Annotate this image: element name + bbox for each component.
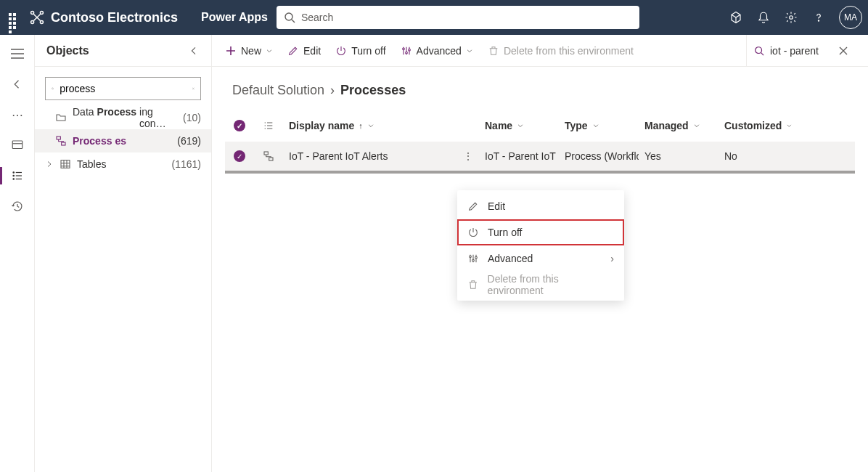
col-name[interactable]: Name bbox=[479, 120, 559, 131]
notifications-icon[interactable] bbox=[756, 10, 771, 25]
sliders-icon bbox=[401, 45, 412, 57]
chevron-down-icon bbox=[693, 122, 700, 129]
app-launcher-icon[interactable] bbox=[6, 10, 20, 25]
rail-menu-icon[interactable] bbox=[10, 46, 25, 61]
breadcrumb-root[interactable]: Default Solution bbox=[232, 83, 324, 98]
svg-point-10 bbox=[13, 175, 15, 176]
settings-icon[interactable] bbox=[784, 10, 798, 25]
svg-point-2 bbox=[31, 20, 34, 23]
col-select[interactable]: ✓ bbox=[225, 120, 254, 131]
tree-item-processes[interactable]: Processes (619) bbox=[35, 129, 211, 152]
cell-managed: Yes bbox=[639, 150, 718, 162]
trash-icon bbox=[467, 279, 479, 290]
svg-point-3 bbox=[40, 20, 43, 23]
objects-sidebar: Objects Data Processing con… (10) Proces… bbox=[35, 35, 212, 472]
chevron-down-icon bbox=[266, 47, 273, 54]
process-icon bbox=[55, 135, 67, 147]
objects-search[interactable] bbox=[45, 77, 201, 100]
svg-rect-14 bbox=[57, 137, 60, 139]
sidebar-title: Objects bbox=[46, 44, 89, 57]
tree-item-tables[interactable]: Tables (1161) bbox=[35, 152, 211, 176]
rail-more-icon[interactable]: ⋯ bbox=[10, 107, 25, 122]
objects-tree: Data Processing con… (10) Processes (619… bbox=[35, 106, 211, 176]
turn-off-button[interactable]: Turn off bbox=[335, 45, 385, 57]
cell-type: Process (Workflo… bbox=[559, 150, 639, 162]
advanced-button[interactable]: Advanced bbox=[401, 45, 473, 57]
chevron-down-icon bbox=[517, 122, 524, 129]
global-search[interactable]: Search bbox=[277, 6, 639, 29]
results-table: ✓ Display name ↑ Name Type bbox=[212, 110, 868, 174]
col-customized[interactable]: Customized bbox=[718, 120, 798, 131]
collapse-sidebar-icon[interactable] bbox=[188, 45, 200, 57]
svg-point-26 bbox=[475, 256, 478, 259]
help-icon[interactable] bbox=[811, 10, 826, 25]
cell-customized: No bbox=[718, 150, 798, 162]
svg-rect-8 bbox=[12, 141, 22, 149]
svg-point-19 bbox=[408, 49, 410, 51]
row-select[interactable]: ✓ bbox=[225, 150, 254, 162]
chevron-down-icon bbox=[786, 122, 793, 129]
search-icon bbox=[284, 12, 295, 23]
folder-icon bbox=[55, 112, 67, 123]
org-name: Contoso Electronics bbox=[51, 10, 178, 25]
col-display-name[interactable]: Display name ↑ bbox=[283, 120, 457, 131]
svg-point-11 bbox=[13, 179, 15, 180]
org-logo-icon bbox=[29, 9, 45, 25]
breadcrumb-leaf: Processes bbox=[340, 83, 406, 98]
menu-advanced[interactable]: Advanced › bbox=[457, 245, 624, 272]
svg-rect-16 bbox=[61, 160, 70, 168]
search-icon bbox=[52, 84, 54, 94]
col-ordinal-icon[interactable] bbox=[254, 120, 283, 131]
chevron-down-icon bbox=[367, 122, 374, 129]
trash-icon bbox=[488, 45, 499, 57]
row-more-button[interactable]: ⋮ bbox=[457, 150, 479, 162]
svg-point-4 bbox=[285, 13, 292, 20]
power-icon bbox=[335, 45, 347, 57]
svg-line-5 bbox=[292, 20, 295, 23]
pencil-icon bbox=[287, 45, 299, 57]
user-avatar[interactable]: MA bbox=[839, 6, 862, 29]
svg-rect-23 bbox=[269, 158, 273, 160]
sidebar-header: Objects bbox=[35, 35, 211, 67]
svg-point-25 bbox=[472, 259, 475, 261]
global-header: Contoso Electronics Power Apps Search MA bbox=[0, 0, 868, 35]
tree-item-data-processing[interactable]: Data Processing con… (10) bbox=[35, 106, 211, 129]
objects-search-input[interactable] bbox=[58, 82, 188, 95]
row-context-menu: Edit Turn off Advanced › Delete from thi… bbox=[457, 190, 624, 301]
col-type[interactable]: Type bbox=[559, 120, 639, 131]
rail-objects-icon[interactable] bbox=[10, 168, 25, 183]
header-actions: MA bbox=[729, 6, 862, 29]
filter-value: iot - parent bbox=[770, 45, 819, 57]
table-icon bbox=[60, 158, 71, 170]
row-type-icon bbox=[254, 150, 283, 162]
chevron-right-icon: › bbox=[330, 83, 335, 98]
menu-turn-off[interactable]: Turn off bbox=[457, 219, 624, 245]
svg-point-9 bbox=[13, 172, 15, 174]
cell-display-name[interactable]: IoT - Parent IoT Alerts bbox=[283, 150, 457, 162]
col-managed[interactable]: Managed bbox=[639, 120, 718, 131]
clear-filter-icon[interactable] bbox=[839, 46, 848, 55]
rail-overview-icon[interactable] bbox=[10, 138, 25, 152]
cell-name: IoT - Parent IoT … bbox=[479, 150, 559, 162]
filter-box[interactable]: iot - parent bbox=[746, 35, 855, 66]
plus-icon bbox=[225, 45, 237, 57]
svg-point-1 bbox=[40, 12, 43, 15]
svg-line-13 bbox=[53, 89, 54, 90]
menu-edit[interactable]: Edit bbox=[457, 193, 624, 219]
rail-history-icon[interactable] bbox=[10, 199, 25, 213]
chevron-down-icon bbox=[466, 47, 473, 54]
left-rail: ⋯ bbox=[0, 35, 35, 472]
svg-rect-22 bbox=[264, 152, 268, 155]
brand: Contoso Electronics bbox=[29, 9, 178, 25]
rail-back-icon[interactable] bbox=[10, 77, 25, 91]
table-row[interactable]: ✓ IoT - Parent IoT Alerts ⋮ IoT - Parent… bbox=[225, 142, 855, 174]
svg-point-12 bbox=[52, 88, 53, 89]
new-button[interactable]: New bbox=[225, 45, 273, 57]
table-header: ✓ Display name ↑ Name Type bbox=[225, 110, 855, 142]
svg-point-20 bbox=[756, 46, 762, 53]
clear-search-icon[interactable] bbox=[192, 84, 195, 93]
chevron-down-icon bbox=[592, 122, 599, 129]
menu-delete: Delete from this environment bbox=[457, 272, 624, 298]
edit-button[interactable]: Edit bbox=[287, 45, 321, 57]
environment-icon[interactable] bbox=[729, 10, 743, 25]
